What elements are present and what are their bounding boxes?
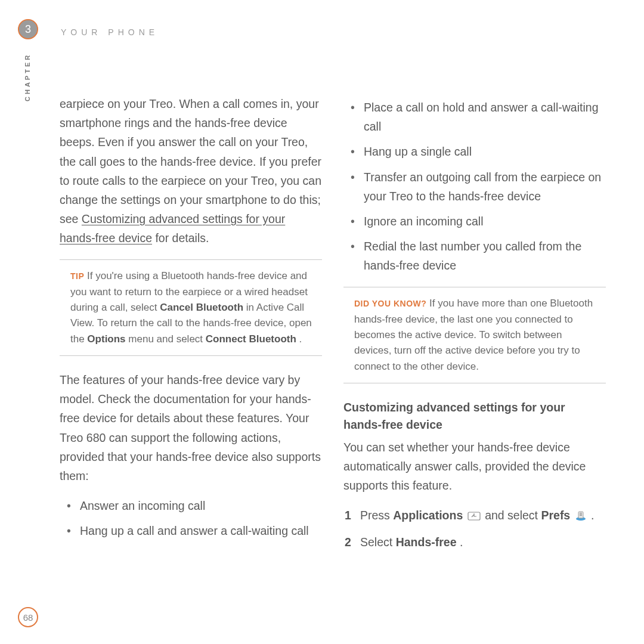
list-item: Redial the last number you called from t… <box>347 237 606 275</box>
text: for details. <box>155 231 209 244</box>
page-number: 68 <box>23 612 33 623</box>
right-bullets: Place a call on hold and answer a call-w… <box>343 98 606 275</box>
bold: Options <box>87 333 125 345</box>
text: menu and select <box>128 333 205 345</box>
step-number: 1 <box>345 506 351 525</box>
list-item: Answer an incoming call <box>63 496 322 515</box>
text: . <box>591 509 594 522</box>
bold: Cancel Bluetooth <box>160 302 243 313</box>
columns: earpiece on your Treo. When a call comes… <box>60 94 608 558</box>
chapter-side-label: CHAPTER <box>24 53 31 101</box>
text: earpiece on your Treo. When a call comes… <box>60 97 321 225</box>
bold: Prefs <box>541 509 570 522</box>
dyk-label: DID YOU KNOW? <box>354 299 426 308</box>
step-2: 2 Select Hands-free . <box>343 532 606 552</box>
list-item: Hang up a single call <box>347 142 606 161</box>
left-bullets: Answer an incoming call Hang up a call a… <box>60 496 322 540</box>
page: 3 YOUR PHONE CHAPTER earpiece on your Tr… <box>0 0 644 644</box>
column-left: earpiece on your Treo. When a call comes… <box>60 94 322 558</box>
column-right: Place a call on hold and answer a call-w… <box>343 94 606 558</box>
bold: Hands-free <box>396 535 457 549</box>
tip-label: TIP <box>70 271 84 281</box>
subsection-heading: Customizing advanced settings for your h… <box>343 399 606 434</box>
list-item: Ignore an incoming call <box>347 212 606 231</box>
text: . <box>299 333 302 345</box>
steps-list: 1 Press Applications and select Prefs . … <box>343 506 606 552</box>
right-paragraph-2: You can set whether your hands-free devi… <box>343 438 606 496</box>
svg-rect-4 <box>580 514 582 515</box>
applications-icon <box>467 507 481 527</box>
text: . <box>460 535 463 549</box>
did-you-know-callout: DID YOU KNOW? If you have more than one … <box>343 287 606 383</box>
list-item: Place a call on hold and answer a call-w… <box>347 98 606 136</box>
step-1: 1 Press Applications and select Prefs . <box>343 506 606 527</box>
text: and select <box>485 509 541 522</box>
left-paragraph-1: earpiece on your Treo. When a call comes… <box>60 94 322 247</box>
chapter-number: 3 <box>19 20 37 38</box>
prefs-icon <box>575 507 587 527</box>
svg-rect-5 <box>580 515 582 516</box>
text: Press <box>360 509 393 522</box>
chapter-badge: 3 <box>18 19 38 39</box>
list-item: Hang up a call and answer a call-waiting… <box>63 521 322 540</box>
left-paragraph-2: The features of your hands-free device v… <box>60 370 322 485</box>
text: Select <box>360 535 396 549</box>
bold: Applications <box>393 509 463 522</box>
bold: Connect Bluetooth <box>206 333 296 345</box>
svg-rect-3 <box>580 513 582 513</box>
tip-callout: TIP If you're using a Bluetooth hands-fr… <box>60 259 322 356</box>
step-number: 2 <box>345 532 351 552</box>
svg-rect-2 <box>578 512 583 518</box>
running-head: YOUR PHONE <box>61 27 608 37</box>
text: If you have more than one Bluetooth hand… <box>354 298 593 371</box>
page-number-badge: 68 <box>18 607 38 627</box>
list-item: Transfer an outgoing call from the earpi… <box>347 168 606 206</box>
